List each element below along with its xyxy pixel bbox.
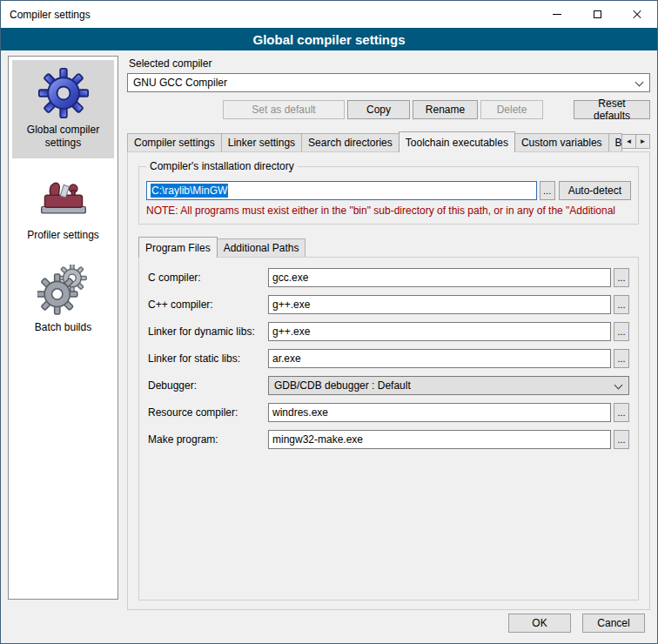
tab-build-options[interactable]: Build xyxy=(608,133,622,151)
field-value: windres.exe xyxy=(272,406,328,419)
compiler-toolbar: Set as default Copy Rename Delete Reset … xyxy=(127,100,650,119)
tab-scrollers: ◄ ► xyxy=(622,134,650,149)
cpp-compiler-input[interactable]: g++.exe xyxy=(268,295,611,314)
plane-tool-icon xyxy=(37,172,90,225)
installation-directory-input[interactable]: C:\raylib\MinGW xyxy=(146,181,537,200)
selected-text: C:\raylib\MinGW xyxy=(151,184,228,198)
cancel-button[interactable]: Cancel xyxy=(582,614,645,633)
static-linker-input[interactable]: ar.exe xyxy=(268,349,611,368)
selected-compiler-label: Selected compiler xyxy=(129,57,650,70)
page-title: Global compiler settings xyxy=(1,28,657,50)
gear-icon xyxy=(37,67,90,119)
maximize-button[interactable] xyxy=(577,1,617,28)
tab-program-files[interactable]: Program Files xyxy=(138,237,218,258)
form-row: Resource compiler: windres.exe ... xyxy=(148,403,629,422)
field-value: GDB/CDB debugger : Default xyxy=(274,379,411,392)
field-label: Linker for dynamic libs: xyxy=(148,325,268,338)
field-label: Linker for static libs: xyxy=(148,352,268,365)
sidebar-item-profiler-settings[interactable]: Profiler settings xyxy=(12,165,114,251)
field-label: C compiler: xyxy=(148,272,268,284)
auto-detect-button[interactable]: Auto-detect xyxy=(559,181,631,200)
reset-defaults-button[interactable]: Reset defaults xyxy=(574,100,650,119)
compiler-settings-dialog: Compiler settings Global compiler settin… xyxy=(0,0,658,644)
form-row: Linker for dynamic libs: g++.exe ... xyxy=(148,322,629,341)
program-tab-bar: Program Files Additional Paths xyxy=(138,237,639,257)
gears-icon xyxy=(37,265,90,317)
selected-compiler-select[interactable]: GNU GCC Compiler xyxy=(127,73,650,92)
tab-custom-variables[interactable]: Custom variables xyxy=(514,133,609,151)
tab-linker-settings[interactable]: Linker settings xyxy=(221,133,302,151)
sidebar-item-label: Global compiler settings xyxy=(14,124,112,150)
dialog-footer: OK Cancel xyxy=(1,610,657,643)
browse-button[interactable]: ... xyxy=(614,349,629,368)
selected-compiler-value: GNU GCC Compiler xyxy=(133,77,227,89)
settings-tab-bar: Compiler settings Linker settings Search… xyxy=(127,131,650,151)
field-label: Make program: xyxy=(148,433,268,446)
browse-button[interactable]: ... xyxy=(540,181,555,200)
field-label: Resource compiler: xyxy=(148,406,268,419)
sidebar-item-batch-builds[interactable]: Batch builds xyxy=(12,258,114,343)
window-title: Compiler settings xyxy=(1,9,537,21)
make-program-input[interactable]: mingw32-make.exe xyxy=(268,430,611,449)
form-row: Debugger: GDB/CDB debugger : Default xyxy=(148,376,629,395)
program-files-panel: C compiler: gcc.exe ... C++ compiler: g+… xyxy=(138,257,639,600)
dynamic-linker-input[interactable]: g++.exe xyxy=(268,322,611,341)
debugger-select[interactable]: GDB/CDB debugger : Default xyxy=(268,376,629,395)
chevron-down-icon xyxy=(635,78,644,87)
copy-button[interactable]: Copy xyxy=(347,100,410,119)
sidebar-item-label: Profiler settings xyxy=(27,229,99,242)
sidebar-item-label: Batch builds xyxy=(35,321,91,334)
toolchain-executables-panel: Compiler's installation directory C:\ray… xyxy=(127,151,650,610)
browse-button[interactable]: ... xyxy=(614,430,629,449)
titlebar: Compiler settings xyxy=(1,1,657,28)
field-value: g++.exe xyxy=(272,299,310,311)
close-icon xyxy=(632,10,642,20)
tab-compiler-settings[interactable]: Compiler settings xyxy=(127,133,222,151)
set-as-default-button[interactable]: Set as default xyxy=(223,100,345,119)
browse-button[interactable]: ... xyxy=(614,268,629,287)
field-label: C++ compiler: xyxy=(148,299,268,311)
installation-directory-legend: Compiler's installation directory xyxy=(146,160,298,172)
minimize-icon xyxy=(553,14,561,15)
tab-toolchain-executables[interactable]: Toolchain executables xyxy=(399,131,515,152)
resource-compiler-input[interactable]: windres.exe xyxy=(268,403,611,422)
c-compiler-input[interactable]: gcc.exe xyxy=(268,268,611,287)
tab-additional-paths[interactable]: Additional Paths xyxy=(217,238,306,257)
settings-sidebar: Global compiler settings Profiler settin… xyxy=(8,56,118,600)
installation-directory-group: Compiler's installation directory C:\ray… xyxy=(138,166,639,225)
ok-button[interactable]: OK xyxy=(508,614,571,633)
field-value: mingw32-make.exe xyxy=(272,433,363,446)
tab-scroll-left-button[interactable]: ◄ xyxy=(621,134,636,149)
caption-buttons xyxy=(537,1,657,28)
sidebar-item-global-compiler-settings[interactable]: Global compiler settings xyxy=(12,60,114,158)
form-row: Make program: mingw32-make.exe ... xyxy=(148,430,629,449)
form-row: Linker for static libs: ar.exe ... xyxy=(148,349,629,368)
tab-search-directories[interactable]: Search directories xyxy=(301,133,400,151)
browse-button[interactable]: ... xyxy=(614,322,629,341)
tab-scroll-right-button[interactable]: ► xyxy=(635,134,650,149)
field-value: ar.exe xyxy=(272,352,301,365)
field-label: Debugger: xyxy=(148,379,268,392)
minimize-button[interactable] xyxy=(537,1,577,28)
installation-directory-row: C:\raylib\MinGW ... Auto-detect xyxy=(146,181,631,200)
close-button[interactable] xyxy=(617,1,657,28)
chevron-down-icon xyxy=(614,381,623,390)
form-row: C++ compiler: g++.exe ... xyxy=(148,295,629,314)
main-area: Selected compiler GNU GCC Compiler Set a… xyxy=(127,56,650,610)
maximize-icon xyxy=(594,10,601,18)
form-row: C compiler: gcc.exe ... xyxy=(148,268,629,287)
programs-note: NOTE: All programs must exist either in … xyxy=(146,205,631,217)
field-value: g++.exe xyxy=(272,325,310,338)
field-value: gcc.exe xyxy=(272,272,308,284)
rename-button[interactable]: Rename xyxy=(413,100,478,119)
browse-button[interactable]: ... xyxy=(614,295,629,314)
delete-button[interactable]: Delete xyxy=(480,100,543,119)
dialog-content: Global compiler settings Profiler settin… xyxy=(1,50,657,610)
browse-button[interactable]: ... xyxy=(614,403,629,422)
